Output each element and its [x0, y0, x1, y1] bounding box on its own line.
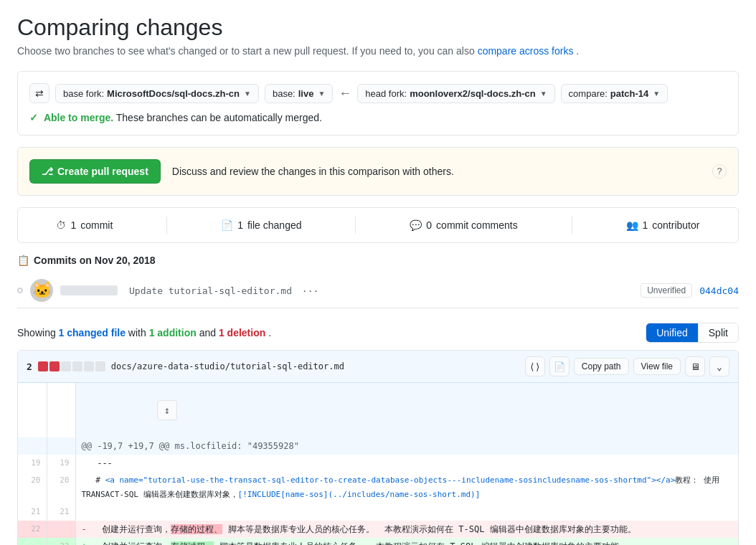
head-fork-select[interactable]: head fork: moonloverx2/sql-docs.zh-cn ▼: [357, 84, 554, 103]
head-fork-value: moonloverx2/sql-docs.zh-cn: [410, 88, 536, 99]
create-pr-description: Discuss and review the changes in this c…: [172, 166, 701, 177]
comment-icon: 💬: [410, 219, 422, 231]
stat-comments[interactable]: 💬 0 commit comments: [410, 219, 517, 231]
base-fork-select[interactable]: base fork: MicrosoftDocs/sql-docs.zh-cn …: [55, 84, 259, 103]
branch-row: ⇄ base fork: MicrosoftDocs/sql-docs.zh-c…: [29, 83, 727, 103]
page-subtitle: Choose two branches to see what's change…: [17, 45, 739, 57]
unified-view-button[interactable]: Unified: [646, 323, 699, 342]
diff-addition: 1 addition: [149, 327, 197, 338]
file-icon: 📄: [221, 219, 233, 231]
help-icon[interactable]: ?: [712, 164, 727, 179]
diff-file-actions: ⟨⟩ 📄 Copy path View file 🖥 ⌄: [525, 356, 729, 376]
merge-status: ✓ Able to merge. These branches can be a…: [29, 112, 727, 123]
line-21-right: 21: [47, 503, 75, 521]
base-fork-value: MicrosoftDocs/sql-docs.zh-cn: [107, 88, 240, 99]
copy-path-button[interactable]: Copy path: [574, 358, 629, 375]
line-22-right: 22: [47, 538, 75, 545]
diff-file-name: docs/azure-data-studio/tutorial-sql-edit…: [111, 361, 519, 371]
stats-bar: ⏱ 1 commit 📄 1 file changed 💬 0 commit c…: [17, 207, 739, 243]
diff-file-number: 2: [27, 361, 32, 372]
stat-divider-3: [572, 217, 572, 234]
file-square-4: [72, 361, 82, 371]
diff-table: ↕ @@ -19,7 +19,7 @@ ms.locfileid: "49355…: [18, 383, 738, 545]
file-square-3: [61, 361, 71, 371]
stat-divider-2: [355, 217, 356, 234]
line-22-left-empty: [18, 538, 47, 545]
commit-count: 1: [70, 219, 76, 231]
code-view-icon[interactable]: ⟨⟩: [525, 356, 545, 376]
base-branch-select[interactable]: base: live ▼: [265, 84, 333, 103]
comment-label: commit comments: [436, 219, 518, 231]
stat-contributors[interactable]: 👥 1 contributor: [626, 219, 700, 231]
base-value: live: [298, 88, 314, 99]
diff-file-squares: [38, 361, 105, 371]
head-fork-label: head fork:: [365, 88, 407, 99]
commit-hash-link[interactable]: 044dc04: [699, 285, 739, 296]
file-square-6: [95, 361, 105, 371]
monitor-icon[interactable]: 🖥: [685, 356, 705, 376]
commits-date: 📋 Commits on Nov 20, 2018: [17, 255, 739, 266]
diff-line-22-removed: 22 创建并运行查询，存储的过程、 脚本等是数据库专业人员的核心任务。 本教程演…: [18, 521, 738, 538]
merge-check-icon: ✓: [29, 112, 38, 123]
line-22-added-content: 创建并运行查询，存储过程、 脚本等是数据库专业人员的核心任务。 本教程演示如何在…: [75, 538, 738, 545]
commit-icon: ⏱: [56, 219, 66, 231]
line-21-content: [75, 503, 738, 521]
line-20-left: 20: [18, 472, 47, 503]
diff-deletion: 1 deletion: [219, 327, 265, 338]
commits-date-label: Commits on Nov 20, 2018: [34, 255, 156, 266]
expand-cell: ↕: [75, 383, 738, 437]
unverified-badge[interactable]: Unverified: [641, 283, 692, 298]
base-arrow-icon: ▼: [318, 90, 325, 98]
create-pull-request-button[interactable]: ⎇ Create pull request: [29, 159, 161, 184]
stat-files[interactable]: 📄 1 file changed: [221, 219, 301, 231]
create-pr-area: ⎇ Create pull request Discuss and review…: [17, 147, 739, 196]
line-19-left: 19: [18, 455, 47, 472]
file-square-1: [38, 361, 48, 371]
contributor-count: 1: [643, 219, 648, 231]
line-22-removed-content: 创建并运行查询，存储的过程、 脚本等是数据库专业人员的核心任务。 本教程演示如何…: [75, 521, 738, 538]
diff-file-count[interactable]: 1 changed file: [59, 327, 126, 338]
diff-box: 2 docs/azure-data-studio/tutorial-sql-ed…: [17, 350, 739, 545]
expand-diff-icon[interactable]: ⌄: [709, 356, 729, 376]
expand-icon[interactable]: ↕: [157, 400, 177, 420]
line-21-left: 21: [18, 503, 47, 521]
file-view-icon[interactable]: 📄: [549, 356, 570, 376]
file-count: 1: [237, 219, 243, 231]
split-view-button[interactable]: Split: [699, 323, 738, 342]
direction-arrow-icon: ←: [339, 86, 351, 101]
diff-line-19: 19 19 ---: [18, 455, 738, 472]
diff-hunk-header-row: @@ -19,7 +19,7 @@ ms.locfileid: "4935592…: [18, 437, 738, 455]
expand-left-num: [18, 383, 47, 437]
stat-commits[interactable]: ⏱ 1 commit: [56, 219, 113, 231]
commit-label: commit: [80, 219, 113, 231]
compare-label: compare:: [569, 88, 608, 99]
file-label: file changed: [247, 219, 302, 231]
compare-forks-link[interactable]: compare across forks: [478, 45, 574, 57]
compare-branch-select[interactable]: compare: patch-14 ▼: [561, 84, 668, 103]
diff-info: Showing 1 changed file with 1 addition a…: [17, 327, 271, 338]
commits-date-icon: 📋: [17, 255, 29, 266]
file-square-2: [49, 361, 60, 371]
commit-row: 🐱 Update tutorial-sql-editor.md ··· Unve…: [17, 273, 739, 308]
diff-line-21: 21 21: [18, 503, 738, 521]
file-square-5: [84, 361, 94, 371]
commit-dot-icon: [17, 288, 23, 293]
compare-arrow-icon: ▼: [653, 90, 660, 98]
hunk-right-num: [47, 437, 75, 455]
line-19-right: 19: [47, 455, 75, 472]
create-pr-label: Create pull request: [57, 166, 148, 177]
diff-file-header: 2 docs/azure-data-studio/tutorial-sql-ed…: [18, 351, 738, 383]
swap-branches-icon[interactable]: ⇄: [29, 83, 49, 103]
hunk-header-content: @@ -19,7 +19,7 @@ ms.locfileid: "4935592…: [75, 437, 738, 455]
commit-message: Update tutorial-sql-editor.md ···: [125, 285, 633, 296]
view-file-button[interactable]: View file: [633, 358, 681, 375]
contributor-label: contributor: [652, 219, 699, 231]
create-pr-icon: ⎇: [42, 166, 53, 177]
head-fork-arrow-icon: ▼: [540, 90, 547, 98]
expand-right-num: [47, 383, 75, 437]
line-22-left: 22: [18, 521, 47, 538]
merge-able-text: Able to merge.: [44, 112, 113, 123]
hunk-left-num: [18, 437, 47, 455]
branch-selector-area: ⇄ base fork: MicrosoftDocs/sql-docs.zh-c…: [17, 71, 739, 136]
comment-count: 0: [426, 219, 432, 231]
